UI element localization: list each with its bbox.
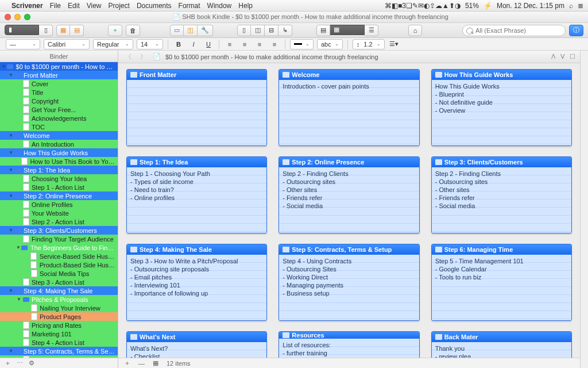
menu-view[interactable]: View bbox=[87, 2, 102, 10]
card-header[interactable]: What's Next bbox=[127, 332, 266, 342]
highlight-select[interactable]: abc⌄ bbox=[317, 39, 343, 49]
binder-doc[interactable]: Step 1 - Action List bbox=[0, 183, 118, 191]
font-size-select[interactable]: 14⌄ bbox=[137, 39, 163, 49]
status-icon[interactable]: ■3 bbox=[398, 2, 406, 10]
align-left-button[interactable]: ≡ bbox=[224, 39, 235, 49]
menu-format[interactable]: Format bbox=[179, 2, 200, 10]
binder-doc[interactable]: Marketing 101 bbox=[0, 329, 118, 338]
card-header[interactable]: Resources bbox=[279, 332, 419, 339]
binder-doc[interactable]: Social Media Tips bbox=[0, 269, 118, 278]
index-card[interactable]: What's NextWhat's Next? - Checklist bbox=[126, 331, 267, 358]
status-icon[interactable]: ▲ bbox=[442, 2, 449, 10]
card-synopsis[interactable]: List of resources: - further training - … bbox=[279, 339, 419, 358]
binder-folder[interactable]: ▼Welcome bbox=[0, 131, 118, 140]
project-settings-button[interactable]: 🔧 bbox=[198, 25, 213, 36]
card-synopsis[interactable]: Step 2 - Finding Clients - Outsourcing s… bbox=[279, 167, 419, 233]
align-right-button[interactable]: ≡ bbox=[254, 39, 265, 49]
keywords-button[interactable]: ⚿ bbox=[184, 25, 198, 36]
binder-folder[interactable]: ▼Front Matter bbox=[0, 71, 118, 79]
add-item-button[interactable]: ＋ bbox=[108, 25, 122, 36]
split-horiz-button[interactable]: ◫ bbox=[251, 25, 265, 36]
line-spacing-select[interactable]: ↕1.2⌄ bbox=[353, 39, 385, 49]
binder-doc[interactable]: Step 4 - Action List bbox=[0, 338, 118, 347]
binder-doc[interactable]: Nailing Your Interview bbox=[0, 304, 118, 312]
binder-doc[interactable]: Copyright bbox=[0, 97, 118, 105]
list-button[interactable]: ☰▾ bbox=[388, 39, 400, 49]
index-card[interactable]: WelcomeIntroduction - cover pain points bbox=[278, 69, 419, 146]
index-card[interactable]: Step 6: Managing TimeStep 5 - Time Manag… bbox=[431, 244, 572, 321]
underline-button[interactable]: U bbox=[203, 39, 214, 49]
nav-back-button[interactable]: 〈 bbox=[123, 52, 133, 61]
menu-edit[interactable]: Edit bbox=[68, 2, 80, 10]
view-outline-button[interactable]: ☰ bbox=[365, 25, 378, 36]
card-header[interactable]: Step 1: The Idea bbox=[127, 157, 266, 167]
status-icon[interactable]: ✎ bbox=[412, 2, 418, 10]
card-synopsis[interactable]: What's Next? - Checklist bbox=[127, 342, 266, 358]
view-cork-button[interactable]: ▦ bbox=[330, 25, 365, 35]
card-synopsis[interactable]: Introduction - cover pain points bbox=[279, 80, 419, 145]
card-synopsis[interactable]: Thank you - review plea - about the auth… bbox=[432, 342, 571, 358]
index-card[interactable]: Front Matter bbox=[126, 69, 267, 146]
binder-doc[interactable]: Online Profiles bbox=[0, 200, 118, 209]
card-synopsis[interactable]: Step 5 - Time Management 101 - Google Ca… bbox=[432, 255, 571, 320]
status-icon[interactable]: ⇪ bbox=[430, 2, 435, 10]
index-card[interactable]: How This Guide WorksHow This Guide Works… bbox=[431, 69, 572, 146]
binder-doc[interactable]: Pricing and Rates bbox=[0, 321, 118, 329]
status-icon[interactable]: ◑ bbox=[455, 2, 461, 10]
binder-folder[interactable]: ▼Step 3: Clients/Customers bbox=[0, 226, 118, 235]
binder-tree[interactable]: ▼$0 to $1000 per month - How to make a..… bbox=[0, 62, 118, 358]
font-weight-select[interactable]: Regular⌄ bbox=[93, 39, 133, 49]
card-synopsis[interactable]: Step 4 - Using Contracts - Outsourcing S… bbox=[279, 255, 419, 320]
close-window-button[interactable] bbox=[5, 14, 11, 20]
status-icon[interactable]: ◧ bbox=[392, 2, 398, 10]
status-icon[interactable]: ☁ bbox=[435, 2, 442, 10]
binder-doc[interactable]: Step 2 - Action List bbox=[0, 217, 118, 226]
split-none-button[interactable]: ▯ bbox=[237, 25, 251, 36]
binder-doc[interactable]: TOC bbox=[0, 122, 118, 131]
footer-add-button[interactable]: ＋ bbox=[124, 359, 130, 367]
search-input[interactable] bbox=[462, 25, 566, 36]
card-header[interactable]: Welcome bbox=[279, 70, 419, 80]
index-card[interactable]: Step 4: Making The SaleStep 3 - How to W… bbox=[126, 244, 267, 321]
notification-center-icon[interactable]: ≣ bbox=[578, 2, 583, 10]
binder-doc[interactable]: Choosing Your Idea bbox=[0, 174, 118, 183]
binder-gear-button[interactable]: ⚙ bbox=[29, 359, 34, 367]
binder-action-button[interactable]: ⋯ bbox=[17, 359, 23, 367]
menu-window[interactable]: Window bbox=[207, 2, 232, 10]
inspector-toggle-button[interactable]: ⓘ bbox=[569, 25, 583, 36]
card-header[interactable]: Step 6: Managing Time bbox=[432, 244, 571, 255]
binder-doc[interactable]: Cover bbox=[0, 79, 118, 88]
quick-ref-button[interactable]: ⌂ bbox=[408, 25, 422, 36]
editor-collapse-button[interactable]: ᐱ bbox=[551, 53, 556, 60]
split-link-button[interactable]: ↳ bbox=[278, 25, 292, 36]
card-synopsis[interactable]: How This Guide Works - Blueprint - Not d… bbox=[432, 80, 571, 145]
bold-button[interactable]: B bbox=[173, 39, 184, 49]
card-synopsis[interactable] bbox=[127, 80, 266, 145]
binder-doc[interactable]: How to Use This Book to Your Advantage bbox=[0, 157, 118, 166]
binder-folder[interactable]: ▼How This Guide Works bbox=[0, 148, 118, 157]
binder-folder[interactable]: ▼Step 1: The Idea bbox=[0, 166, 118, 174]
status-icon[interactable]: ◐ bbox=[424, 2, 430, 10]
index-card[interactable]: Back MaterThank you - review plea - abou… bbox=[431, 331, 572, 358]
card-header[interactable]: Step 4: Making The Sale bbox=[127, 244, 266, 255]
editor-expand-button[interactable]: ᐯ bbox=[560, 53, 565, 60]
index-card[interactable]: Step 1: The IdeaStep 1 - Choosing Your P… bbox=[126, 156, 267, 233]
card-header[interactable]: Step 2: Online Presence bbox=[279, 157, 419, 167]
binder-doc[interactable]: Product Pages bbox=[0, 312, 118, 321]
card-header[interactable]: Front Matter bbox=[127, 70, 266, 80]
card-synopsis[interactable]: Step 3 - How to Write a Pitch/Proposal -… bbox=[127, 255, 266, 320]
editor-close-button[interactable]: ☐ bbox=[570, 53, 575, 60]
binder-folder[interactable]: ▼Step 4: Making The Sale bbox=[0, 286, 118, 295]
layout-b-button[interactable]: ▤ bbox=[70, 25, 84, 36]
card-header[interactable]: Back Mater bbox=[432, 332, 571, 342]
menu-help[interactable]: Help bbox=[238, 2, 253, 10]
align-justify-button[interactable]: ≡ bbox=[269, 39, 280, 49]
card-header[interactable]: Step 3: Clients/Customers bbox=[432, 157, 571, 167]
index-card[interactable]: Step 2: Online PresenceStep 2 - Finding … bbox=[278, 156, 419, 233]
binder-root[interactable]: ▼$0 to $1000 per month - How to make a..… bbox=[0, 62, 118, 71]
binder-doc[interactable]: Step 3 - Action List bbox=[0, 278, 118, 286]
footer-view-button[interactable]: ▦ bbox=[153, 359, 158, 367]
status-icon[interactable]: ⌘ bbox=[385, 2, 392, 10]
split-vert-button[interactable]: ⊟ bbox=[265, 25, 278, 36]
app-name[interactable]: Scrivener bbox=[11, 2, 43, 10]
